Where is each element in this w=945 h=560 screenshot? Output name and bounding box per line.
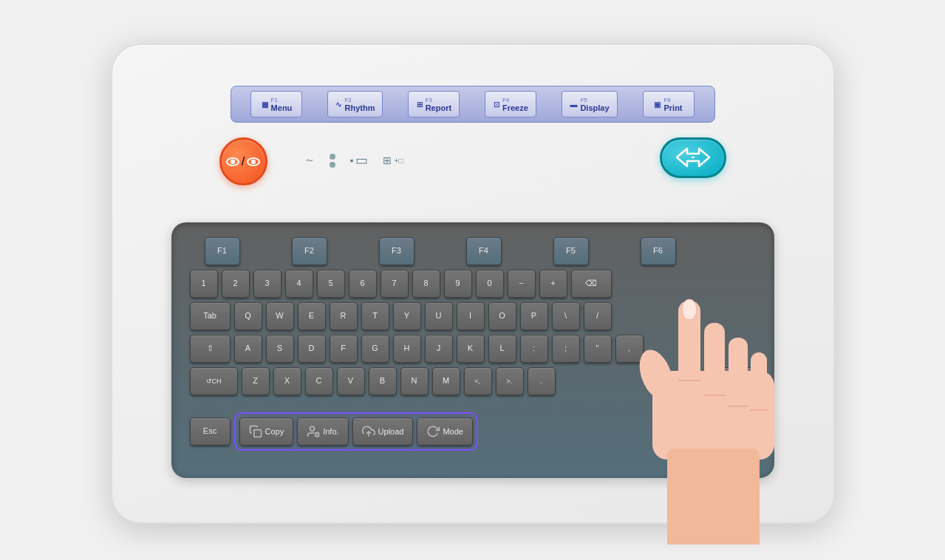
key-f5[interactable]: F5 [553,237,589,265]
dpad-outer[interactable]: ▲ ▼ ◀ ▶ [693,400,756,462]
key-gt[interactable]: >. [496,367,524,395]
key-slash[interactable]: / [584,302,612,330]
key-v[interactable]: V [337,367,365,395]
bottom-row: Esc Copy Info. [190,400,756,462]
func-key-f1[interactable]: ▦ F1 Menu [250,91,302,117]
key-h[interactable]: H [393,335,421,363]
svg-rect-2 [253,429,261,437]
keyboard-area: F1 F2 F3 F4 F5 F6 1 2 3 4 5 6 7 [171,222,774,478]
key-period[interactable]: . [528,367,556,395]
key-k[interactable]: K [457,335,485,363]
dpad-center[interactable] [712,418,737,444]
key-7[interactable]: 7 [381,270,409,298]
key-colon[interactable]: : [520,335,548,363]
key-f6[interactable]: F6 [641,237,676,265]
key-d[interactable]: D [298,335,326,363]
key-info[interactable]: Info. [297,417,348,445]
func-key-f5[interactable]: ▬ F5 Display [562,91,617,117]
func-key-f6[interactable]: ▣ F6 Print [643,91,695,117]
key-c[interactable]: C [305,367,333,395]
status-indicators: ～ ▪▭ ⊞+□ [304,152,403,168]
key-ctrl-ch[interactable]: ↺CH [190,367,238,395]
key-z[interactable]: Z [242,367,270,395]
upload-icon [362,425,375,438]
zxcv-row: ↺CH Z X C V B N M <, >. . Enter [190,367,756,395]
function-bar: ▦ F1 Menu ∿ F2 Rhythm ⊞ [231,86,715,123]
dpad-down-arrow[interactable]: ▼ [720,445,729,456]
dpad-up-arrow[interactable]: ▲ [720,406,729,417]
dpad-left-arrow[interactable]: ◀ [700,426,706,437]
key-s[interactable]: S [266,335,294,363]
key-f[interactable]: F [330,335,358,363]
key-b[interactable]: B [369,367,397,395]
key-f1[interactable]: F1 [205,237,240,265]
key-g[interactable]: G [361,335,389,363]
key-mode[interactable]: Mode [417,417,473,445]
key-p[interactable]: P [520,302,548,330]
key-2[interactable]: 2 [222,270,250,298]
key-5[interactable]: 5 [317,270,345,298]
key-j[interactable]: J [425,335,453,363]
key-backspace[interactable]: ⌫ [571,270,612,298]
key-f3[interactable]: F3 [379,237,414,265]
key-semicolon[interactable]: ; [552,335,580,363]
key-enter[interactable]: Enter [704,367,756,395]
key-u[interactable]: U [425,302,453,330]
wave-indicator: ～ [304,154,315,167]
svg-point-3 [310,426,315,431]
key-plus[interactable]: + [539,270,567,298]
key-w[interactable]: W [266,302,294,330]
key-copy[interactable]: Copy [239,417,294,445]
key-6[interactable]: 6 [349,270,377,298]
func-key-f2[interactable]: ∿ F2 Rhythm [327,91,383,117]
key-l[interactable]: L [488,335,516,363]
key-o[interactable]: O [488,302,516,330]
key-lt[interactable]: <, [464,367,492,395]
device-container: ▦ F1 Menu ∿ F2 Rhythm ⊞ [66,21,879,539]
asdf-row: ⇧ A S D F G H J K L : ; " , [190,335,756,363]
func-key-f4[interactable]: ⊡ F4 Freeze [485,91,536,117]
key-f2[interactable]: F2 [292,237,327,265]
key-minus[interactable]: − [508,270,536,298]
key-4[interactable]: 4 [285,270,313,298]
key-r[interactable]: R [330,302,358,330]
key-quote[interactable]: " [584,335,612,363]
orange-button-icon: / [226,155,260,168]
orange-button[interactable]: / [219,137,267,185]
key-e[interactable]: E [298,302,326,330]
key-9[interactable]: 9 [444,270,472,298]
key-upload[interactable]: Upload [352,417,414,445]
copy-icon [249,425,262,438]
battery-indicator: ▪▭ [350,152,369,168]
key-t[interactable]: T [361,302,389,330]
device-body: ▦ F1 Menu ∿ F2 Rhythm ⊞ [111,44,835,524]
info-icon [307,425,320,438]
key-shift[interactable]: ⇧ [190,335,231,363]
key-comma[interactable]: , [615,335,644,363]
func-key-f3[interactable]: ⊞ F3 Report [408,91,460,117]
key-i[interactable]: I [457,302,485,330]
key-0[interactable]: 0 [476,270,504,298]
key-backslash[interactable]: \ [552,302,580,330]
status-dot-2 [330,162,335,168]
teal-button[interactable] [660,137,726,178]
key-q[interactable]: Q [234,302,262,330]
key-y[interactable]: Y [393,302,421,330]
key-n[interactable]: N [400,367,429,395]
key-f4[interactable]: F4 [466,237,502,265]
key-esc[interactable]: Esc [190,417,231,445]
teal-button-icon [671,145,715,171]
qwerty-row: Tab Q W E R T Y U I O P \ / [190,302,756,330]
key-8[interactable]: 8 [412,270,440,298]
key-3[interactable]: 3 [253,270,282,298]
dpad[interactable]: ▲ ▼ ◀ ▶ [693,400,756,462]
key-a[interactable]: A [234,335,262,363]
key-1[interactable]: 1 [190,270,218,298]
key-m[interactable]: M [432,367,460,395]
key-x[interactable]: X [273,367,301,395]
key-tab[interactable]: Tab [190,302,231,330]
dpad-right-arrow[interactable]: ▶ [743,426,749,437]
special-keys-group: Copy Info. Upload [234,412,478,451]
number-row: 1 2 3 4 5 6 7 8 9 0 − + ⌫ [190,270,756,298]
fkey-row: F1 F2 F3 F4 F5 F6 [190,237,756,265]
